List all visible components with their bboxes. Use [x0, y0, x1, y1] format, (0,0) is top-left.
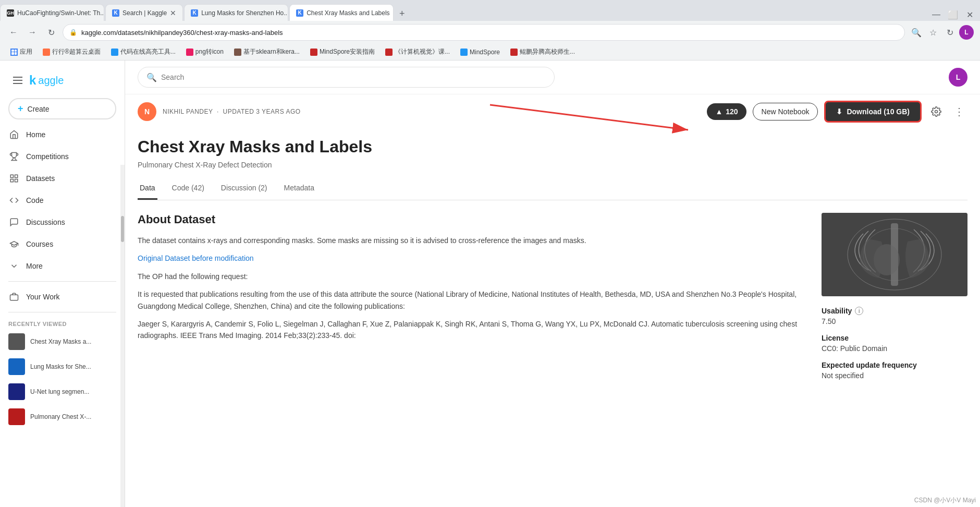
refresh-button[interactable]: ↻: [44, 25, 58, 40]
discussions-icon: [8, 216, 20, 228]
sidebar-item-discussions[interactable]: Discussions: [0, 211, 120, 233]
create-button[interactable]: + Create: [8, 98, 116, 119]
bookmark-label-1: 行行®超算云桌面: [52, 47, 101, 56]
close-button[interactable]: ✕: [963, 8, 976, 21]
forward-button[interactable]: →: [25, 25, 40, 40]
window-controls: — ⬜ ✕: [930, 8, 980, 21]
hamburger-menu-button[interactable]: [8, 71, 27, 90]
bookmark-5[interactable]: MindSpore安装指南: [306, 46, 379, 57]
bookmark-label-8: 鲲鹏异腾高校师生...: [520, 47, 575, 56]
about-text-link: Original Dataset before modification: [138, 252, 809, 264]
settings-icon[interactable]: [928, 103, 945, 120]
sidebar-item-your-work[interactable]: Your Work: [0, 286, 120, 308]
sidebar-item-datasets[interactable]: Datasets: [0, 167, 120, 189]
recent-item-0[interactable]: Chest Xray Masks a...: [0, 329, 125, 354]
sidebar-scrollbar-track[interactable]: [120, 165, 125, 507]
back-button[interactable]: ←: [6, 25, 21, 40]
sidebar-scrollbar-thumb[interactable]: [121, 216, 124, 242]
recent-thumb-1: [8, 358, 25, 375]
browser-user-avatar[interactable]: L: [959, 25, 974, 40]
minimize-button[interactable]: —: [930, 8, 942, 21]
vote-count: 120: [726, 107, 738, 116]
search-bar[interactable]: 🔍: [138, 67, 555, 88]
kaggle-logo[interactable]: k aggle: [29, 73, 64, 88]
content-grid: About Dataset The dataset contains x-ray…: [125, 213, 980, 388]
dataset-subtitle: Pulmonary Chest X-Ray Defect Detection: [138, 161, 967, 169]
bookmark-6[interactable]: 《计算机视觉》课...: [381, 46, 454, 57]
bookmark-1[interactable]: 行行®超算云桌面: [39, 46, 105, 57]
right-panel: Usability i 7.50 License CC0: Public Dom…: [822, 213, 967, 388]
sidebar-item-label-home: Home: [26, 130, 45, 139]
xray-preview: [822, 213, 967, 296]
about-dataset-title: About Dataset: [138, 213, 809, 226]
new-tab-button[interactable]: +: [395, 6, 409, 21]
recently-viewed-label: Recently Viewed: [0, 317, 125, 329]
sidebar-item-competitions[interactable]: Competitions: [0, 146, 120, 167]
bookmark-star-icon[interactable]: ☆: [926, 25, 940, 40]
bookmark-8[interactable]: 鲲鹏异腾高校师生...: [506, 46, 579, 57]
sidebar-item-code[interactable]: Code: [0, 189, 120, 211]
tab-bar: GH HuCaoFighting/Swin-Unet: Th... ✕ K Se…: [0, 0, 980, 21]
recent-label-2: U-Net lung segmen...: [30, 388, 89, 395]
bookmark-favicon-8: [510, 49, 518, 56]
about-section: About Dataset The dataset contains x-ray…: [138, 213, 809, 388]
bookmark-apps[interactable]: 应用: [6, 46, 36, 57]
bookmark-favicon-7: [460, 49, 468, 56]
address-bar[interactable]: 🔒 kaggle.com/datasets/nikhilpandey360/ch…: [63, 24, 905, 41]
bookmark-favicon-5: [310, 49, 317, 56]
maximize-button[interactable]: ⬜: [947, 8, 959, 21]
recent-item-2[interactable]: U-Net lung segmen...: [0, 379, 125, 404]
bookmark-label-2: 代码在线高亮工具...: [120, 47, 176, 56]
new-notebook-button[interactable]: New Notebook: [753, 103, 818, 120]
update-frequency-label: Expected update frequency: [822, 361, 967, 369]
tab-close-4[interactable]: ✕: [393, 9, 394, 17]
dataset-title: Chest Xray Masks and Labels: [138, 137, 967, 156]
sidebar-item-more[interactable]: More: [0, 255, 120, 277]
sync-icon[interactable]: ↻: [942, 25, 957, 40]
search-browser-icon[interactable]: 🔍: [909, 25, 924, 40]
bookmark-4[interactable]: 基于sklearn和kera...: [230, 46, 304, 57]
more-options-button[interactable]: ⋮: [951, 103, 967, 120]
sidebar-item-home[interactable]: Home: [0, 124, 120, 146]
tab-data[interactable]: Data: [138, 177, 157, 200]
tab-discussion[interactable]: Discussion (2): [219, 177, 270, 200]
vote-button[interactable]: ▲ 120: [707, 103, 746, 120]
usability-section: Usability i 7.50: [822, 307, 967, 325]
dataset-info-bar: N NIKHIL PANDEY · UPDATED 3 YEARS AGO ▲ …: [125, 94, 980, 129]
page-layout: k aggle + Create Home Competitions: [0, 61, 980, 507]
tab-metadata[interactable]: Metadata: [282, 177, 316, 200]
lock-icon: 🔒: [69, 29, 77, 36]
svg-rect-6: [15, 179, 18, 182]
sidebar-item-label-your-work: Your Work: [26, 293, 60, 301]
usability-info-icon[interactable]: i: [855, 307, 863, 315]
header-right-actions: L: [949, 68, 967, 87]
browser-tab-2[interactable]: K Search | Kaggle ✕: [105, 4, 183, 21]
toolbar-actions: 🔍 ☆ ↻ L: [909, 25, 974, 40]
bookmark-7[interactable]: MindSpore: [456, 47, 504, 57]
tab-close-2[interactable]: ✕: [170, 9, 176, 17]
about-text-2: The OP had the following request:: [138, 271, 809, 282]
recent-item-1[interactable]: Lung Masks for She...: [0, 354, 125, 379]
download-button[interactable]: ⬇ Download (10 GB): [824, 101, 922, 123]
browser-tab-1[interactable]: GH HuCaoFighting/Swin-Unet: Th... ✕: [0, 4, 104, 21]
sidebar-item-courses[interactable]: Courses: [0, 233, 120, 255]
bookmark-label-7: MindSpore: [470, 49, 500, 56]
original-dataset-link[interactable]: Original Dataset before modification: [138, 254, 254, 262]
bookmark-2[interactable]: 代码在线高亮工具...: [107, 46, 180, 57]
create-label: Create: [28, 105, 50, 113]
svg-point-10: [935, 111, 938, 113]
recent-label-1: Lung Masks for She...: [30, 363, 91, 370]
tab-favicon-4: K: [296, 9, 303, 17]
user-avatar[interactable]: L: [949, 68, 967, 87]
browser-toolbar: ← → ↻ 🔒 kaggle.com/datasets/nikhilpandey…: [0, 21, 980, 44]
download-label: Download (10 GB): [847, 107, 910, 116]
browser-tab-3[interactable]: K Lung Masks for Shenzhen Ho... ✕: [184, 4, 288, 21]
recent-item-3[interactable]: Pulmonary Chest X-...: [0, 404, 125, 429]
search-input[interactable]: [161, 73, 546, 81]
tab-code[interactable]: Code (42): [170, 177, 206, 200]
sidebar-item-label-competitions: Competitions: [26, 152, 69, 161]
code-icon: [8, 195, 20, 206]
browser-tab-4[interactable]: K Chest Xray Masks and Labels ✕: [289, 4, 394, 21]
tabs-bar: Data Code (42) Discussion (2) Metadata: [138, 177, 967, 200]
bookmark-3[interactable]: png转icon: [182, 46, 228, 57]
